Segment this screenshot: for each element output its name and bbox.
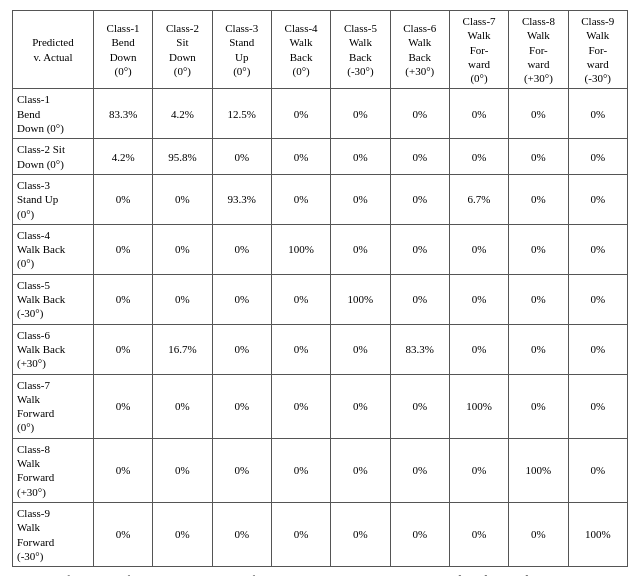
cell-r8-c9: 0%	[568, 438, 627, 502]
cell-r9-c1: 0%	[93, 502, 152, 566]
header-class5: Class-5WalkBack(-30°)	[331, 11, 390, 89]
cell-r9-c2: 0%	[153, 502, 212, 566]
cell-r8-c1: 0%	[93, 438, 152, 502]
table-row: Class-3Stand Up(0°)0%0%93.3%0%0%0%6.7%0%…	[13, 174, 628, 224]
cell-r3-c2: 0%	[153, 174, 212, 224]
cell-r9-c6: 0%	[390, 502, 449, 566]
cell-r8-c8: 100%	[509, 438, 568, 502]
cell-r4-c9: 0%	[568, 224, 627, 274]
header-class8: Class-8WalkFor-ward(+30°)	[509, 11, 568, 89]
row-header-6: Class-6Walk Back(+30°)	[13, 324, 94, 374]
cell-r7-c3: 0%	[212, 374, 271, 438]
cell-r6-c9: 0%	[568, 324, 627, 374]
table-row: Class-6Walk Back(+30°)0%16.7%0%0%0%83.3%…	[13, 324, 628, 374]
cell-r6-c4: 0%	[271, 324, 330, 374]
cell-r3-c6: 0%	[390, 174, 449, 224]
cell-r6-c2: 16.7%	[153, 324, 212, 374]
cell-r2-c7: 0%	[449, 139, 508, 175]
header-class3: Class-3StandUp(0°)	[212, 11, 271, 89]
table-row: Class-9WalkForward(-30°)0%0%0%0%0%0%0%0%…	[13, 502, 628, 566]
cell-r2-c5: 0%	[331, 139, 390, 175]
header-class9: Class-9WalkFor-ward(-30°)	[568, 11, 627, 89]
cell-r8-c2: 0%	[153, 438, 212, 502]
cell-r2-c6: 0%	[390, 139, 449, 175]
cell-r3-c4: 0%	[271, 174, 330, 224]
cell-r9-c7: 0%	[449, 502, 508, 566]
row-header-4: Class-4Walk Back(0°)	[13, 224, 94, 274]
cell-r1-c7: 0%	[449, 89, 508, 139]
cell-r7-c1: 0%	[93, 374, 152, 438]
table-row: Class-7WalkForward(0°)0%0%0%0%0%0%100%0%…	[13, 374, 628, 438]
table-row: Class-4Walk Back(0°)0%0%0%100%0%0%0%0%0%	[13, 224, 628, 274]
cell-r3-c5: 0%	[331, 174, 390, 224]
cell-r8-c3: 0%	[212, 438, 271, 502]
cell-r5-c2: 0%	[153, 274, 212, 324]
cell-r9-c9: 100%	[568, 502, 627, 566]
cell-r7-c2: 0%	[153, 374, 212, 438]
cell-r9-c8: 0%	[509, 502, 568, 566]
table-row: Class-5Walk Back(-30°)0%0%0%0%100%0%0%0%…	[13, 274, 628, 324]
confusion-matrix-table: Predictedv. Actual Class-1BendDown(0°) C…	[12, 10, 628, 567]
cell-r8-c7: 0%	[449, 438, 508, 502]
cell-r4-c2: 0%	[153, 224, 212, 274]
cell-r7-c5: 0%	[331, 374, 390, 438]
cell-r2-c1: 4.2%	[93, 139, 152, 175]
cell-r5-c9: 0%	[568, 274, 627, 324]
cell-r1-c8: 0%	[509, 89, 568, 139]
cell-r1-c6: 0%	[390, 89, 449, 139]
cell-r7-c7: 100%	[449, 374, 508, 438]
row-header-9: Class-9WalkForward(-30°)	[13, 502, 94, 566]
cell-r9-c3: 0%	[212, 502, 271, 566]
cell-r5-c3: 0%	[212, 274, 271, 324]
cell-r1-c4: 0%	[271, 89, 330, 139]
cell-r2-c9: 0%	[568, 139, 627, 175]
header-class1: Class-1BendDown(0°)	[93, 11, 152, 89]
cell-r1-c3: 12.5%	[212, 89, 271, 139]
cell-r6-c5: 0%	[331, 324, 390, 374]
cell-r6-c1: 0%	[93, 324, 152, 374]
cell-r4-c4: 100%	[271, 224, 330, 274]
cell-r1-c9: 0%	[568, 89, 627, 139]
cell-r6-c8: 0%	[509, 324, 568, 374]
cell-r7-c8: 0%	[509, 374, 568, 438]
confusion-matrix-container: Predictedv. Actual Class-1BendDown(0°) C…	[12, 10, 628, 576]
cell-r2-c4: 0%	[271, 139, 330, 175]
cell-r9-c5: 0%	[331, 502, 390, 566]
cell-r9-c4: 0%	[271, 502, 330, 566]
cell-r3-c7: 6.7%	[449, 174, 508, 224]
row-header-3: Class-3Stand Up(0°)	[13, 174, 94, 224]
row-header-1: Class-1BendDown (0°)	[13, 89, 94, 139]
cell-r5-c5: 100%	[331, 274, 390, 324]
cell-r5-c4: 0%	[271, 274, 330, 324]
header-class6: Class-6WalkBack(+30°)	[390, 11, 449, 89]
header-class4: Class-4WalkBack(0°)	[271, 11, 330, 89]
cell-r7-c4: 0%	[271, 374, 330, 438]
cell-r6-c7: 0%	[449, 324, 508, 374]
cell-r8-c4: 0%	[271, 438, 330, 502]
cell-r4-c1: 0%	[93, 224, 152, 274]
cell-r5-c8: 0%	[509, 274, 568, 324]
cell-r3-c3: 93.3%	[212, 174, 271, 224]
cell-r7-c6: 0%	[390, 374, 449, 438]
row-header-2: Class-2 SitDown (0°)	[13, 139, 94, 175]
cell-r2-c8: 0%	[509, 139, 568, 175]
cell-r1-c5: 0%	[331, 89, 390, 139]
table-row: Class-8WalkForward(+30°)0%0%0%0%0%0%0%10…	[13, 438, 628, 502]
cell-r8-c5: 0%	[331, 438, 390, 502]
cell-r7-c9: 0%	[568, 374, 627, 438]
cell-r8-c6: 0%	[390, 438, 449, 502]
table-row: Class-1BendDown (0°)83.3%4.2%12.5%0%0%0%…	[13, 89, 628, 139]
row-header-7: Class-7WalkForward(0°)	[13, 374, 94, 438]
cell-r4-c8: 0%	[509, 224, 568, 274]
cell-r5-c1: 0%	[93, 274, 152, 324]
cell-r5-c6: 0%	[390, 274, 449, 324]
cell-r2-c3: 0%	[212, 139, 271, 175]
row-header-5: Class-5Walk Back(-30°)	[13, 274, 94, 324]
row-header-8: Class-8WalkForward(+30°)	[13, 438, 94, 502]
cell-r3-c8: 0%	[509, 174, 568, 224]
cell-r3-c9: 0%	[568, 174, 627, 224]
cell-r4-c3: 0%	[212, 224, 271, 274]
header-class2: Class-2SitDown(0°)	[153, 11, 212, 89]
header-predicted-actual: Predictedv. Actual	[13, 11, 94, 89]
cell-r4-c6: 0%	[390, 224, 449, 274]
